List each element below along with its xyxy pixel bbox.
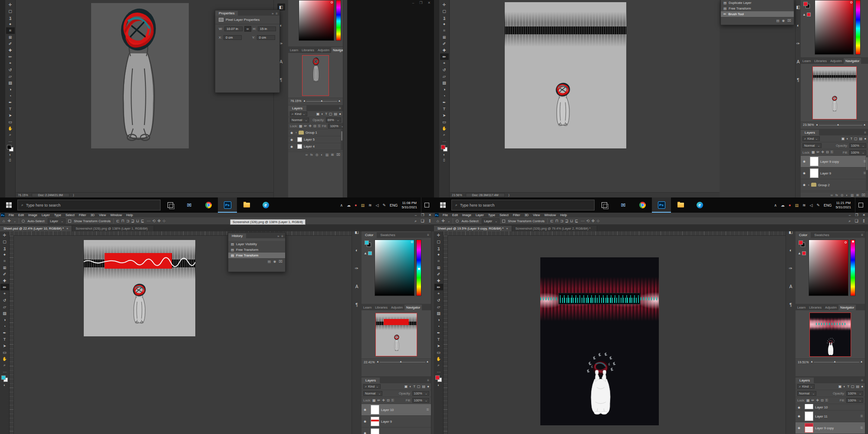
lock-artboard-icon[interactable]: ⊡ (821, 398, 824, 403)
menu-item[interactable]: Filter (511, 213, 523, 217)
language-indicator[interactable]: ENG (824, 203, 832, 207)
screen-mode-icon[interactable]: ▯ (9, 158, 11, 162)
filter-toggle-icon[interactable]: ● (339, 112, 341, 116)
auto-select-checkbox[interactable] (456, 220, 459, 223)
new-snapshot-icon[interactable]: ◉ (273, 260, 276, 263)
layer-row[interactable]: ◉ Layer 9 copy ⚿ (801, 156, 868, 168)
zoom-option-icon[interactable]: ⊹ (162, 219, 166, 223)
delete-layer-icon[interactable]: ⌧ (861, 193, 865, 197)
wand-tool-icon[interactable]: ✦ (6, 21, 15, 27)
adjustments-icon[interactable]: ◐ (787, 247, 795, 253)
visibility-eye-icon[interactable]: ◉ (797, 414, 801, 418)
canvas-area[interactable] (448, 236, 786, 434)
status-zoom[interactable]: 76.15% (18, 194, 28, 197)
visibility-eye-icon[interactable]: ◉ (797, 426, 801, 430)
move-tool-icon[interactable]: ✛ (440, 1, 449, 8)
panel-tab[interactable]: Libraries (807, 305, 823, 310)
tool-preset-chevron-icon[interactable]: ⌄ (13, 219, 16, 223)
character-icon[interactable]: A (795, 58, 801, 65)
marquee-tool-icon[interactable]: ▢ (434, 238, 443, 245)
menu-item[interactable]: Image (460, 213, 473, 217)
shape-tool-icon[interactable]: ▭ (6, 118, 15, 125)
properties-icon[interactable]: ◧ (795, 3, 801, 10)
dodge-tool-icon[interactable]: ◔ (440, 92, 449, 99)
visibility-eye-icon[interactable]: ◉ (363, 408, 367, 411)
pan-view-icon[interactable]: ✥ (158, 219, 161, 223)
lock-artboard-icon[interactable]: ⊡ (313, 124, 316, 128)
rotate-view-icon[interactable]: ⟲ (586, 219, 590, 223)
align-center-icon[interactable]: ⊓ (555, 219, 558, 223)
lasso-tool-icon[interactable]: ʓ (6, 14, 15, 21)
clone-stamp-tool-icon[interactable]: ⌖ (434, 290, 443, 297)
menu-item[interactable]: Layer (473, 213, 486, 217)
chrome-icon[interactable] (199, 197, 218, 213)
clock[interactable]: 11:21 PM5/31/2021 (835, 201, 851, 210)
layer-style-icon[interactable]: fx (835, 193, 838, 197)
color-field[interactable] (299, 0, 334, 41)
layer-row[interactable]: ◉ Layer 5 (288, 136, 343, 143)
swatches-tab[interactable]: Swatches (377, 232, 399, 238)
start-button[interactable] (434, 197, 451, 213)
history-state-row[interactable]: ✏ Brush Tool (721, 11, 794, 17)
panel-tab[interactable]: Libraries (300, 47, 316, 53)
panel-tab[interactable]: Learn (288, 47, 300, 53)
dodge-tool-icon[interactable]: ◔ (434, 323, 443, 329)
path-select-tool-icon[interactable]: ➤ (434, 342, 443, 349)
menu-item[interactable]: Select (63, 213, 77, 217)
menu-item[interactable]: Filter (77, 213, 89, 217)
tray-defender-icon[interactable]: ● (789, 203, 791, 207)
color-field[interactable] (809, 240, 848, 296)
status-expand-icon[interactable]: ⟩ (73, 194, 74, 197)
tray-pen-icon[interactable]: ✎ (382, 203, 386, 207)
align-top-icon[interactable]: ⊒ (131, 219, 135, 223)
menu-item[interactable]: Type (486, 213, 497, 217)
more-tools-icon[interactable]: ⋯ (443, 140, 446, 144)
lock-artboard-icon[interactable]: ⊡ (387, 398, 390, 403)
move-tool-options-icon[interactable]: ✛ (7, 219, 11, 223)
navigator-zoom-value[interactable]: 22.41% (364, 360, 375, 364)
eyedropper-tool-icon[interactable]: ✐ (0, 271, 9, 277)
filter-pixel-icon[interactable]: ▣ (404, 385, 408, 388)
history-brush-tool-icon[interactable]: ↺ (0, 297, 9, 303)
navigator-proxy-view[interactable] (809, 312, 851, 357)
eyedropper-tool-icon[interactable]: ✐ (440, 40, 449, 47)
layers-menu-icon[interactable]: ≡ (862, 130, 868, 135)
kind-filter[interactable]: ⌕Kind⌄ (797, 384, 815, 389)
marquee-tool-icon[interactable]: ▢ (6, 8, 15, 14)
show-transform-checkbox[interactable] (68, 220, 71, 223)
filter-smart-icon[interactable]: ▤ (856, 385, 860, 388)
hue-slider[interactable] (336, 0, 341, 41)
menu-item[interactable]: Image (26, 213, 39, 217)
tray-volume-icon[interactable]: ◁ (376, 203, 379, 207)
crop-tool-icon[interactable]: ⌗ (0, 258, 9, 264)
hand-tool-icon[interactable]: ✋ (0, 355, 9, 362)
lock-paint-icon[interactable]: ✏ (817, 150, 820, 155)
filter-smart-icon[interactable]: ▤ (422, 385, 426, 388)
tray-volume-icon[interactable]: ◁ (810, 203, 813, 207)
more-tools-icon[interactable]: ⋯ (3, 370, 7, 374)
align-top-icon[interactable]: ⊒ (565, 219, 569, 223)
collapse-panel-icon[interactable]: » (272, 12, 273, 16)
panel-tab[interactable]: Navigator (844, 58, 861, 64)
kind-filter[interactable]: ⌕Kind⌄ (802, 136, 820, 141)
foreground-background-colors[interactable] (435, 375, 442, 382)
share-icon[interactable]: ↥ (428, 219, 431, 224)
new-group-icon[interactable]: ▥ (326, 153, 329, 157)
menu-item[interactable]: Select (497, 213, 511, 217)
gradient-tool-icon[interactable]: ▨ (0, 310, 9, 316)
doc-from-state-icon[interactable]: ▤ (776, 19, 779, 23)
history-brush-tool-icon[interactable]: ↺ (440, 66, 449, 73)
clone-stamp-tool-icon[interactable]: ⌖ (0, 290, 9, 297)
close-button[interactable]: ✕ (862, 213, 865, 217)
lasso-tool-icon[interactable]: ʓ (434, 245, 443, 251)
pen-tool-icon[interactable]: ✒ (6, 99, 15, 105)
frame-tool-icon[interactable]: ⊞ (6, 34, 15, 40)
tool-preset-chevron-icon[interactable]: ⌄ (447, 219, 450, 223)
close-tab-icon[interactable]: × (506, 227, 508, 230)
filter-shape-icon[interactable]: ▢ (329, 112, 332, 116)
opacity-field[interactable]: 69%⌄ (326, 118, 341, 122)
doc-from-state-icon[interactable]: ▤ (268, 260, 271, 263)
panel-tab[interactable]: Adjustm (823, 305, 838, 310)
eraser-tool-icon[interactable]: ▱ (6, 73, 15, 79)
task-view-icon[interactable] (161, 197, 180, 213)
